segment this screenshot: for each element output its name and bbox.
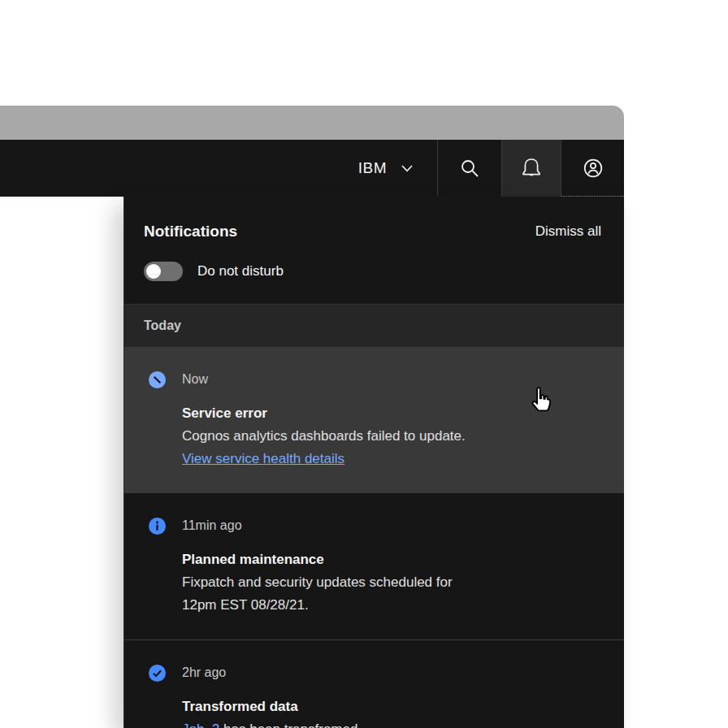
browser-title-strip <box>0 106 624 140</box>
search-button[interactable] <box>437 140 501 197</box>
notification-title: Planned maintenance <box>182 548 453 571</box>
section-label: Today <box>144 318 181 333</box>
notification-bell-icon <box>521 157 542 180</box>
notification-content: Now Service error Cognos analytics dashb… <box>182 371 466 470</box>
profile-button[interactable] <box>561 140 624 197</box>
notification-body: Fixpatch and security updates scheduled … <box>182 571 453 617</box>
notification-item[interactable]: 2hr ago Transformed data Job_2 has been … <box>124 639 624 728</box>
dismiss-all-button[interactable]: Dismiss all <box>535 223 601 240</box>
error-icon <box>149 371 166 470</box>
brand-menu-button[interactable]: IBM <box>358 140 437 197</box>
section-header-today: Today <box>124 304 624 347</box>
job-link[interactable]: Job_2 <box>182 722 219 728</box>
search-icon <box>459 158 480 179</box>
notification-time: 2hr ago <box>182 665 358 681</box>
notification-body-text: has been transfromed <box>223 722 358 728</box>
user-avatar-icon <box>582 157 604 180</box>
panel-header: Notifications Dismiss all Do not disturb <box>124 197 624 304</box>
notification-item[interactable]: Now Service error Cognos analytics dashb… <box>124 347 624 493</box>
notification-content: 2hr ago Transformed data Job_2 has been … <box>182 665 358 728</box>
success-icon <box>149 665 166 728</box>
service-health-link[interactable]: View service health details <box>182 448 344 470</box>
notification-body-line: Fixpatch and security updates scheduled … <box>182 571 453 594</box>
notifications-panel: Notifications Dismiss all Do not disturb… <box>124 197 624 728</box>
notifications-button[interactable] <box>501 140 561 197</box>
toggle-knob <box>146 264 161 279</box>
info-icon <box>149 518 166 617</box>
panel-title: Notifications <box>144 223 237 240</box>
page: { "header": { "brand_label": "IBM", "ico… <box>0 0 728 728</box>
notification-body-line: 12pm EST 08/28/21. <box>182 594 453 617</box>
chevron-down-icon <box>401 165 413 172</box>
notification-time: Now <box>182 371 466 388</box>
notification-time: 11min ago <box>182 518 453 534</box>
brand-label: IBM <box>358 159 387 177</box>
do-not-disturb-label: Do not disturb <box>197 263 284 280</box>
notification-title: Transformed data <box>182 696 358 718</box>
notification-item[interactable]: 11min ago Planned maintenance Fixpatch a… <box>124 493 624 639</box>
app-header: IBM <box>0 140 624 197</box>
notification-content: 11min ago Planned maintenance Fixpatch a… <box>182 518 453 617</box>
notification-body: Job_2 has been transfromed <box>182 718 358 728</box>
do-not-disturb-toggle[interactable] <box>144 262 183 281</box>
notification-body: Cognos analytics dashboards failed to up… <box>182 425 466 448</box>
notification-title: Service error <box>182 402 466 425</box>
